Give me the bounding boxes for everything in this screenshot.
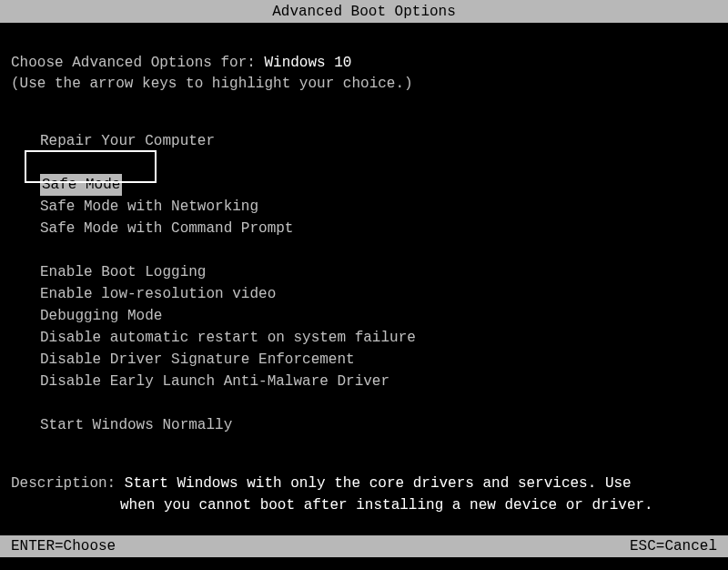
blank-line [40,392,717,414]
prompt-line: Choose Advanced Options for: Windows 10 [11,54,717,73]
option-disable-restart[interactable]: Disable automatic restart on system fail… [40,327,717,349]
description-line1: Start Windows with only the core drivers… [125,475,632,492]
blank-line [40,152,717,174]
option-safe-mode[interactable]: Safe Mode [40,174,122,196]
blank-line [40,239,717,261]
option-safe-mode-networking[interactable]: Safe Mode with Networking [40,196,717,218]
description-line2: when you cannot boot after installing a … [11,494,717,516]
footer-enter: ENTER=Choose [11,538,116,555]
title-bar: Advanced Boot Options [0,0,728,23]
option-start-normally[interactable]: Start Windows Normally [40,414,717,436]
instruction-line: (Use the arrow keys to highlight your ch… [11,75,717,94]
title-text: Advanced Boot Options [272,4,456,20]
footer-esc: ESC=Cancel [630,538,717,555]
os-name: Windows 10 [264,55,351,71]
prompt-prefix: Choose Advanced Options for: [11,55,264,71]
description-label: Description: [11,475,125,492]
boot-option-list[interactable]: Repair Your Computer Safe Mode Safe Mode… [11,130,717,436]
option-disable-elam[interactable]: Disable Early Launch Anti-Malware Driver [40,371,717,392]
option-safe-mode-cmd[interactable]: Safe Mode with Command Prompt [40,218,717,239]
description-block: Description: Start Windows with only the… [11,473,717,516]
option-disable-driver-sig[interactable]: Disable Driver Signature Enforcement [40,349,717,371]
footer-bar: ENTER=Choose ESC=Cancel [0,535,728,557]
option-repair[interactable]: Repair Your Computer [40,130,717,152]
option-debugging[interactable]: Debugging Mode [40,305,717,327]
option-boot-logging[interactable]: Enable Boot Logging [40,261,717,283]
content-area: Choose Advanced Options for: Windows 10 … [0,54,728,516]
option-low-res[interactable]: Enable low-resolution video [40,283,717,305]
